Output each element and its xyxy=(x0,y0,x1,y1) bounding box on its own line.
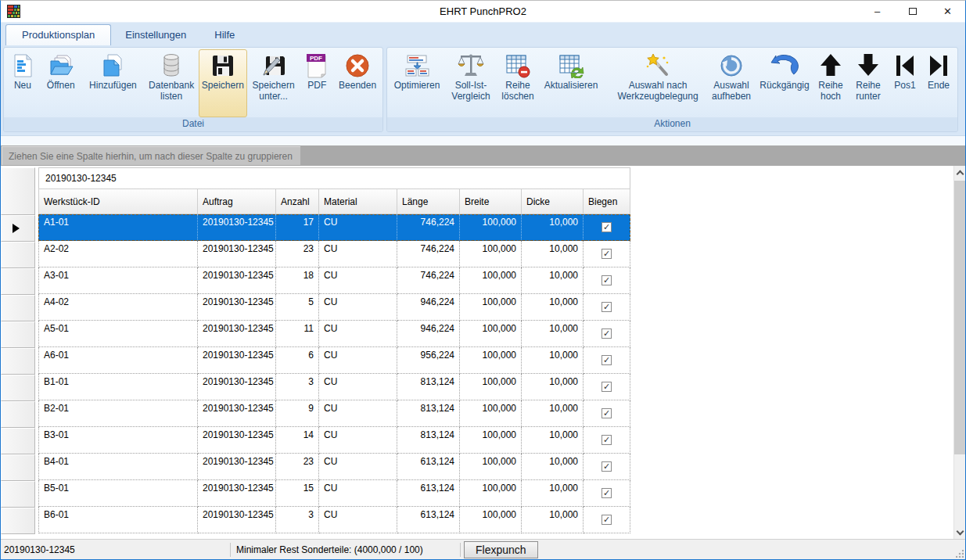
cell-breite[interactable]: 100,000 xyxy=(460,267,522,294)
cell-laenge[interactable]: 956,224 xyxy=(397,347,460,374)
cell-breite[interactable]: 100,000 xyxy=(460,214,522,241)
cell-werkstueck-id[interactable]: A6-01 xyxy=(38,347,198,374)
scrollbar-down-button[interactable] xyxy=(954,526,965,539)
row-selector-cell[interactable] xyxy=(1,481,35,508)
auswahl-nach-werkzeugbelegung-button[interactable]: Auswahl nach Werkzeugbelegung xyxy=(609,49,706,117)
row-selector-cell[interactable] xyxy=(1,268,35,295)
pos1-button[interactable]: Pos1 xyxy=(888,49,922,117)
cell-material[interactable]: CU xyxy=(319,507,397,533)
scrollbar-up-button[interactable] xyxy=(954,166,965,179)
pdf-button[interactable]: PDF PDF xyxy=(300,49,334,117)
column-header-laenge[interactable]: Länge xyxy=(397,188,460,214)
cell-material[interactable]: CU xyxy=(319,480,397,507)
cell-laenge[interactable]: 613,124 xyxy=(397,454,460,480)
column-header-anzahl[interactable]: Anzahl xyxy=(276,188,319,214)
cell-biegen[interactable]: ✓ xyxy=(584,241,630,267)
cell-auftrag[interactable]: 20190130-12345 xyxy=(198,241,276,267)
biegen-checkbox[interactable]: ✓ xyxy=(602,328,612,339)
flexpunch-button[interactable]: Flexpunch xyxy=(464,541,538,558)
cell-auftrag[interactable]: 20190130-12345 xyxy=(198,347,276,374)
cell-auftrag[interactable]: 20190130-12345 xyxy=(198,400,276,427)
cell-anzahl[interactable]: 23 xyxy=(276,241,319,267)
cell-anzahl[interactable]: 14 xyxy=(276,427,319,454)
biegen-checkbox[interactable]: ✓ xyxy=(602,435,612,445)
cell-material[interactable]: CU xyxy=(319,374,397,400)
cell-werkstueck-id[interactable]: B6-01 xyxy=(38,507,198,533)
biegen-checkbox[interactable]: ✓ xyxy=(602,515,612,525)
cell-laenge[interactable]: 946,224 xyxy=(397,321,460,347)
datenbank-listen-button[interactable]: Datenbank listen xyxy=(144,49,199,117)
cell-dicke[interactable]: 10,000 xyxy=(522,400,584,427)
cell-dicke[interactable]: 10,000 xyxy=(522,214,584,241)
vertical-scrollbar[interactable] xyxy=(953,166,965,539)
biegen-checkbox[interactable]: ✓ xyxy=(602,488,612,498)
cell-material[interactable]: CU xyxy=(319,400,397,427)
cell-material[interactable]: CU xyxy=(319,294,397,321)
cell-werkstueck-id[interactable]: B3-01 xyxy=(38,427,198,454)
cell-werkstueck-id[interactable]: B2-01 xyxy=(38,400,198,427)
table-row[interactable]: A3-01 20190130-12345 18 CU 746,224 100,0… xyxy=(38,267,630,294)
row-selector-cell[interactable] xyxy=(1,321,35,348)
cell-biegen[interactable]: ✓ xyxy=(584,347,630,374)
biegen-checkbox[interactable]: ✓ xyxy=(602,408,612,418)
row-selector-cell[interactable] xyxy=(1,215,35,242)
table-row[interactable]: B5-01 20190130-12345 15 CU 613,124 100,0… xyxy=(38,480,630,507)
cell-breite[interactable]: 100,000 xyxy=(460,374,522,400)
reihe-hoch-button[interactable]: Reihe hoch xyxy=(813,49,849,117)
neu-button[interactable]: Neu xyxy=(5,49,40,117)
table-row[interactable]: A1-01 20190130-12345 17 CU 746,224 100,0… xyxy=(38,214,630,241)
biegen-checkbox[interactable]: ✓ xyxy=(602,355,612,365)
cell-laenge[interactable]: 613,124 xyxy=(397,507,460,533)
cell-material[interactable]: CU xyxy=(319,427,397,454)
cell-anzahl[interactable]: 15 xyxy=(276,480,319,507)
cell-biegen[interactable]: ✓ xyxy=(584,507,630,533)
table-row[interactable]: A2-02 20190130-12345 23 CU 746,224 100,0… xyxy=(38,241,630,267)
scrollbar-thumb[interactable] xyxy=(954,181,965,454)
biegen-checkbox[interactable]: ✓ xyxy=(602,275,612,285)
cell-auftrag[interactable]: 20190130-12345 xyxy=(198,480,276,507)
oeffnen-button[interactable]: Öffnen xyxy=(40,49,82,117)
cell-breite[interactable]: 100,000 xyxy=(460,480,522,507)
column-header-material[interactable]: Material xyxy=(319,188,397,214)
soll-ist-vergleich-button[interactable]: Soll-Ist-Vergleich xyxy=(445,49,497,117)
cell-werkstueck-id[interactable]: A4-02 xyxy=(38,294,198,321)
cell-anzahl[interactable]: 11 xyxy=(276,321,319,347)
cell-dicke[interactable]: 10,000 xyxy=(522,507,584,533)
row-selector-cell[interactable] xyxy=(1,401,35,428)
reihe-runter-button[interactable]: Reihe runter xyxy=(849,49,888,117)
cell-anzahl[interactable]: 17 xyxy=(276,214,319,241)
speichern-unter-button[interactable]: Speichern unter... xyxy=(247,49,300,117)
cell-dicke[interactable]: 10,000 xyxy=(522,294,584,321)
cell-anzahl[interactable]: 5 xyxy=(276,294,319,321)
cell-laenge[interactable]: 813,124 xyxy=(397,427,460,454)
resize-grip-icon[interactable] xyxy=(956,550,964,558)
cell-werkstueck-id[interactable]: B4-01 xyxy=(38,454,198,480)
cell-biegen[interactable]: ✓ xyxy=(584,214,630,241)
reihe-loeschen-button[interactable]: Reihe löschen xyxy=(497,49,539,117)
speichern-button[interactable]: Speichern xyxy=(199,49,247,117)
cell-dicke[interactable]: 10,000 xyxy=(522,480,584,507)
auswahl-aufheben-button[interactable]: Auswahl aufheben xyxy=(706,49,756,117)
biegen-checkbox[interactable]: ✓ xyxy=(602,461,612,472)
tab-hilfe[interactable]: Hilfe xyxy=(200,25,249,45)
cell-werkstueck-id[interactable]: B1-01 xyxy=(38,374,198,400)
tab-einstellungen[interactable]: Einstellungen xyxy=(111,25,200,45)
row-selector-cell[interactable] xyxy=(1,348,35,375)
cell-dicke[interactable]: 10,000 xyxy=(522,374,584,400)
column-header-werkstueck-id[interactable]: Werkstück-ID xyxy=(38,188,198,214)
cell-material[interactable]: CU xyxy=(319,347,397,374)
cell-laenge[interactable]: 613,124 xyxy=(397,480,460,507)
beenden-button[interactable]: Beenden xyxy=(334,49,381,117)
tab-produktionsplan[interactable]: Produktionsplan xyxy=(5,24,111,46)
cell-dicke[interactable]: 10,000 xyxy=(522,454,584,480)
biegen-checkbox[interactable]: ✓ xyxy=(602,382,612,392)
cell-anzahl[interactable]: 9 xyxy=(276,400,319,427)
cell-biegen[interactable]: ✓ xyxy=(584,400,630,427)
cell-laenge[interactable]: 746,224 xyxy=(397,267,460,294)
cell-biegen[interactable]: ✓ xyxy=(584,454,630,480)
cell-auftrag[interactable]: 20190130-12345 xyxy=(198,214,276,241)
cell-auftrag[interactable]: 20190130-12345 xyxy=(198,374,276,400)
cell-material[interactable]: CU xyxy=(319,267,397,294)
cell-auftrag[interactable]: 20190130-12345 xyxy=(198,427,276,454)
row-selector-cell[interactable] xyxy=(1,295,35,321)
